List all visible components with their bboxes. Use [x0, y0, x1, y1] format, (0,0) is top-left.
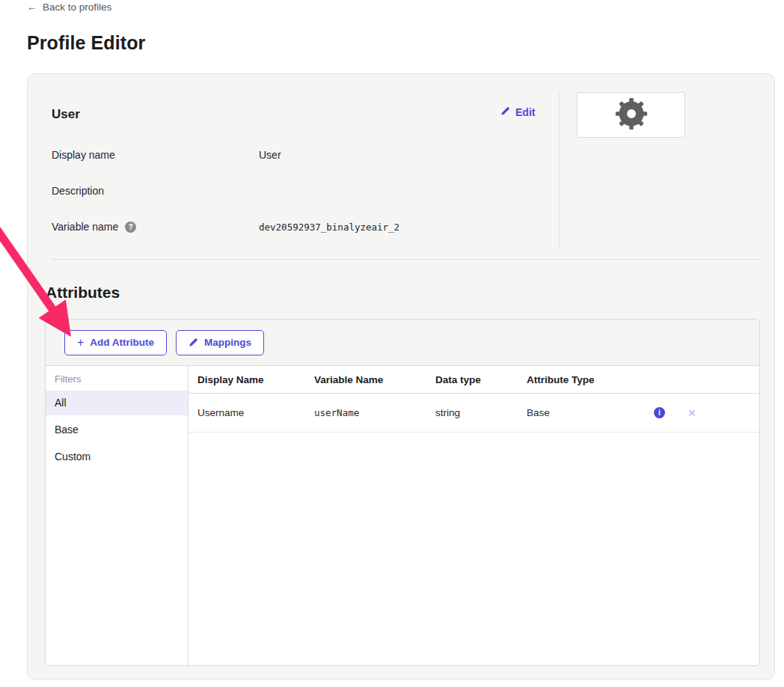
attributes-body: Filters All Base Custom Display Name Var…	[46, 366, 759, 665]
filters-heading: Filters	[46, 366, 188, 391]
plus-icon: +	[77, 337, 84, 349]
remove-attribute-icon[interactable]: ✕	[687, 408, 696, 418]
cell-display-name: Username	[197, 407, 314, 418]
col-data-type: Data type	[435, 374, 527, 385]
row-actions: i ✕	[648, 407, 759, 418]
col-attribute-type: Attribute Type	[527, 374, 648, 385]
back-link-label: Back to profiles	[43, 1, 111, 13]
filter-item-custom[interactable]: Custom	[46, 445, 188, 469]
display-name-row: Display name	[52, 149, 115, 161]
edit-button-label: Edit	[515, 106, 535, 118]
back-to-profiles-link[interactable]: ← Back to profiles	[27, 1, 111, 13]
gear-icon	[615, 97, 648, 133]
page-title: Profile Editor	[27, 32, 145, 54]
add-attribute-label: Add Attribute	[90, 337, 154, 348]
display-name-value: User	[259, 149, 281, 161]
attributes-panel: + Add Attribute Mappings Filters All Bas…	[45, 319, 760, 666]
profile-name-heading: User	[52, 107, 80, 122]
filters-sidebar: Filters All Base Custom	[46, 366, 189, 665]
variable-name-value: dev20592937_binalyzeair_2	[259, 222, 399, 233]
cell-attribute-type: Base	[527, 407, 648, 418]
variable-name-row: Variable name ?	[52, 221, 136, 233]
section-divider	[52, 259, 760, 260]
vertical-divider	[559, 91, 560, 248]
col-display-name: Display Name	[197, 374, 314, 385]
table-header-row: Display Name Variable Name Data type Att…	[189, 366, 759, 394]
attributes-table: Display Name Variable Name Data type Att…	[189, 366, 759, 665]
filter-item-all[interactable]: All	[46, 391, 188, 415]
mappings-pencil-icon	[189, 338, 198, 347]
attributes-heading: Attributes	[46, 284, 120, 302]
filter-item-base[interactable]: Base	[46, 418, 188, 442]
table-row: Username userName string Base i ✕	[189, 394, 759, 433]
add-attribute-button[interactable]: + Add Attribute	[64, 330, 167, 355]
help-icon[interactable]: ?	[125, 222, 136, 233]
description-row: Description	[52, 185, 104, 197]
attributes-toolbar: + Add Attribute Mappings	[46, 320, 759, 366]
display-name-label: Display name	[52, 149, 115, 161]
description-label: Description	[52, 185, 104, 197]
profile-logo-box	[577, 92, 685, 138]
edit-pencil-icon	[500, 106, 510, 118]
edit-button[interactable]: Edit	[500, 106, 535, 118]
info-icon[interactable]: i	[654, 407, 665, 418]
mappings-label: Mappings	[204, 337, 251, 348]
back-arrow-icon: ←	[27, 1, 37, 13]
profile-editor-page: ← Back to profiles Profile Editor User E…	[0, 0, 784, 687]
cell-data-type: string	[435, 407, 527, 418]
variable-name-label: Variable name	[52, 221, 118, 233]
col-variable-name: Variable Name	[314, 374, 435, 385]
mappings-button[interactable]: Mappings	[176, 330, 264, 355]
cell-variable-name: userName	[314, 407, 435, 418]
user-profile-card: User Edit Display name User Description …	[27, 73, 775, 680]
